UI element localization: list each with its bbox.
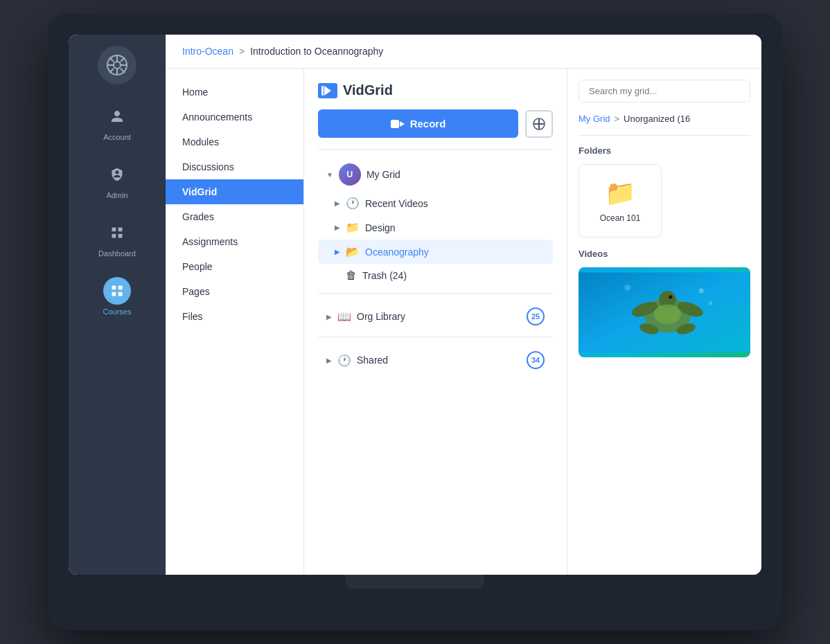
- nav-item-discussions[interactable]: Discussions: [166, 154, 303, 179]
- svg-rect-20: [391, 120, 399, 128]
- main-content: Intro-Ocean > Introduction to Oceannogra…: [166, 35, 761, 575]
- org-library-label: Org Library: [357, 311, 405, 322]
- vidgrid-header: VidGrid: [318, 82, 553, 98]
- nav-item-people[interactable]: People: [166, 254, 303, 279]
- laptop-stand: [346, 575, 484, 589]
- courses-icon: [103, 277, 131, 305]
- nav-item-announcements[interactable]: Announcements: [166, 105, 303, 129]
- record-button[interactable]: Record: [318, 109, 518, 138]
- courses-label: Courses: [103, 307, 132, 316]
- trash-icon: 🗑: [346, 269, 357, 282]
- design-arrow: ▶: [335, 224, 340, 231]
- svg-line-6: [109, 57, 114, 62]
- sidebar: Account Admin: [69, 35, 166, 575]
- svg-rect-17: [118, 292, 123, 296]
- course-nav: Home Announcements Modules Discussions V…: [166, 69, 304, 575]
- svg-point-36: [624, 285, 630, 291]
- tree-design[interactable]: ▶ 📁 Design: [318, 215, 553, 240]
- videos-section: Videos: [579, 249, 750, 357]
- svg-marker-21: [400, 121, 405, 127]
- grid-breadcrumb-link[interactable]: My Grid: [579, 114, 610, 124]
- record-row: Record: [318, 109, 553, 138]
- tree-section: ▼ U My Grid ▶ 🕐 Recent Videos ▶: [318, 149, 553, 287]
- svg-rect-11: [118, 228, 123, 232]
- nav-item-modules[interactable]: Modules: [166, 129, 303, 154]
- admin-label: Admin: [106, 191, 127, 199]
- tree-shared[interactable]: ▶ 🕐 Shared 34: [318, 346, 553, 375]
- grid-breadcrumb: My Grid > Unorganized (16: [579, 114, 750, 124]
- videos-title: Videos: [579, 249, 750, 259]
- tree-my-grid[interactable]: ▼ U My Grid: [318, 158, 553, 191]
- tree-org-library[interactable]: ▶ 📖 Org Library 25: [318, 302, 553, 331]
- svg-rect-15: [118, 286, 123, 290]
- folder-card-icon: 📁: [605, 179, 636, 208]
- folder-card-name: Ocean 101: [600, 213, 641, 223]
- nav-item-pages[interactable]: Pages: [166, 279, 303, 304]
- svg-line-7: [121, 69, 125, 73]
- grid-breadcrumb-sep: >: [615, 114, 620, 124]
- content-area: Home Announcements Modules Discussions V…: [166, 69, 761, 575]
- video-thumbnail[interactable]: [579, 267, 750, 357]
- sidebar-item-admin[interactable]: Admin: [69, 154, 166, 206]
- shared-section: ▶ 🕐 Shared 34: [318, 337, 553, 375]
- org-section: ▶ 📖 Org Library 25: [318, 293, 553, 331]
- admin-icon: [103, 161, 131, 188]
- nav-item-assignments[interactable]: Assignments: [166, 229, 303, 254]
- svg-rect-14: [112, 286, 116, 290]
- sidebar-item-account[interactable]: Account: [69, 96, 166, 148]
- svg-point-1: [114, 62, 121, 69]
- folder-card-ocean101[interactable]: 📁 Ocean 101: [579, 164, 662, 238]
- svg-rect-16: [112, 292, 116, 296]
- laptop-screen: Account Admin: [69, 35, 761, 575]
- mygrid-arrow: ▼: [326, 171, 333, 179]
- tree-trash[interactable]: ▶ 🗑 Trash (24): [318, 264, 553, 287]
- right-panel: My Grid > Unorganized (16 Folders 📁 Ocea…: [567, 69, 761, 575]
- sidebar-item-courses[interactable]: Courses: [69, 270, 166, 323]
- svg-rect-12: [112, 234, 116, 238]
- account-label: Account: [103, 133, 131, 141]
- dashboard-label: Dashboard: [98, 249, 136, 258]
- shared-clock-icon: 🕐: [337, 354, 351, 367]
- mygrid-avatar: U: [339, 163, 361, 186]
- breadcrumb-current: Introduction to Oceannography: [250, 46, 383, 57]
- shared-label: Shared: [357, 355, 388, 366]
- recent-arrow: ▶: [335, 199, 340, 207]
- account-icon: [103, 102, 131, 130]
- svg-marker-18: [324, 86, 331, 96]
- breadcrumb: Intro-Ocean > Introduction to Oceannogra…: [166, 35, 761, 69]
- ocean-arrow: ▶: [335, 248, 340, 256]
- nav-item-vidgrid[interactable]: VidGrid: [166, 179, 303, 204]
- app-layout: Account Admin: [69, 35, 761, 575]
- org-library-badge: 25: [527, 307, 545, 325]
- book-icon: 📖: [337, 310, 351, 323]
- svg-point-33: [669, 295, 672, 298]
- svg-rect-10: [112, 228, 116, 232]
- svg-rect-19: [321, 86, 324, 96]
- oceanography-label: Oceanography: [365, 247, 429, 258]
- recent-videos-label: Recent Videos: [365, 198, 428, 209]
- dashboard-icon: [103, 219, 131, 247]
- nav-item-grades[interactable]: Grades: [166, 204, 303, 229]
- svg-rect-13: [118, 234, 123, 238]
- svg-line-8: [121, 57, 125, 62]
- sidebar-item-dashboard[interactable]: Dashboard: [69, 212, 166, 265]
- nav-item-home[interactable]: Home: [166, 80, 303, 105]
- breadcrumb-separator: >: [239, 46, 245, 57]
- trash-label: Trash (24): [362, 270, 407, 281]
- clock-icon: 🕐: [346, 197, 360, 210]
- tree-recent-videos[interactable]: ▶ 🕐 Recent Videos: [318, 191, 553, 215]
- vidgrid-title: VidGrid: [343, 82, 393, 98]
- svg-point-32: [654, 304, 681, 323]
- vidgrid-panel: VidGrid Record: [304, 69, 567, 575]
- nav-item-files[interactable]: Files: [166, 304, 303, 329]
- breadcrumb-link[interactable]: Intro-Ocean: [182, 46, 233, 57]
- laptop-wrapper: Account Admin: [48, 14, 782, 630]
- shared-arrow: ▶: [326, 357, 332, 364]
- grid-breadcrumb-current: Unorganized (16: [624, 114, 690, 124]
- add-button[interactable]: [525, 110, 553, 138]
- search-input[interactable]: [579, 80, 750, 102]
- folders-title: Folders: [579, 145, 750, 156]
- app-logo[interactable]: [98, 46, 136, 84]
- tree-oceanography[interactable]: ▶ 📂 Oceanography: [318, 240, 553, 264]
- folder-icon: 📁: [346, 221, 360, 234]
